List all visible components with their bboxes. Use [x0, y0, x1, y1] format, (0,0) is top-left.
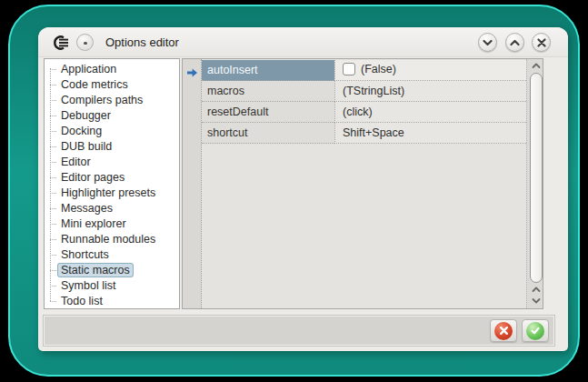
property-grid: autoInsert macros resetDefault shortcut … [182, 58, 543, 309]
sidebar-item-label: Highlighter presets [57, 186, 159, 200]
sidebar-item-label: Editor pages [57, 170, 128, 185]
sidebar-item-label: Compilers paths [57, 93, 146, 107]
sidebar-item-todo-list[interactable]: Todo list [45, 294, 179, 309]
chevron-up-icon [510, 39, 520, 46]
footer-bar [44, 316, 554, 346]
coedit-logo-icon [52, 35, 70, 54]
sidebar-item-label: Todo list [57, 294, 106, 308]
cancel-button[interactable] [490, 319, 517, 342]
sidebar-item-label: Static macros [57, 263, 134, 277]
scrollbar-up-button[interactable] [531, 285, 542, 294]
options-editor-window: Options editor Application Code metrics … [38, 27, 568, 351]
property-name-resetdefault[interactable]: resetDefault [202, 102, 334, 123]
property-name-shortcut[interactable]: shortcut [202, 123, 334, 144]
property-value-text: (TStringList) [343, 85, 404, 97]
sidebar-item-label: Mini explorer [57, 216, 130, 231]
sidebar-item-static-macros[interactable]: Static macros [45, 263, 179, 278]
minimize-button[interactable] [478, 33, 497, 52]
sidebar-item-label: Debugger [57, 108, 115, 123]
sidebar-item-label: Editor [57, 155, 95, 169]
property-value-text: Shift+Space [343, 126, 404, 139]
categories-tree: Application Code metrics Compilers paths… [44, 58, 180, 309]
ok-icon [526, 322, 544, 340]
sidebar-item-debugger[interactable]: Debugger [45, 108, 179, 124]
property-value-text: (False) [361, 63, 396, 75]
sidebar-item-compilers-paths[interactable]: Compilers paths [45, 93, 179, 108]
property-value-text: (click) [343, 106, 373, 118]
property-name-macros[interactable]: macros [202, 81, 334, 102]
chevron-down-icon [483, 39, 493, 46]
close-icon [537, 38, 546, 47]
titlebar[interactable]: Options editor [38, 27, 568, 57]
property-grid-gutter [183, 59, 202, 308]
scrollbar-down-button[interactable] [531, 296, 542, 305]
property-value-autoinsert[interactable]: (False) [334, 60, 526, 81]
window-title: Options editor [105, 35, 179, 49]
sidebar-item-editor[interactable]: Editor [45, 155, 179, 170]
property-value-resetdefault[interactable]: (click) [334, 102, 526, 123]
sidebar-item-messages[interactable]: Messages [45, 201, 179, 216]
sidebar-item-code-metrics[interactable]: Code metrics [45, 77, 179, 93]
scrollbar-up-icon[interactable] [531, 61, 542, 70]
property-name-autoinsert[interactable]: autoInsert [202, 60, 334, 81]
sidebar-item-editor-pages[interactable]: Editor pages [45, 170, 179, 186]
property-value-macros[interactable]: (TStringList) [334, 81, 526, 102]
grid-scrollbar[interactable] [526, 59, 543, 308]
sidebar-item-label: Runnable modules [57, 232, 159, 246]
sidebar-item-label: Application [57, 62, 120, 76]
sidebar-item-label: Docking [57, 124, 105, 138]
sidebar-item-label: DUB build [57, 139, 115, 154]
sidebar-item-label: Code metrics [57, 77, 132, 92]
sidebar-item-shortcuts[interactable]: Shortcuts [45, 247, 179, 263]
ok-button[interactable] [522, 319, 549, 342]
sidebar-item-application[interactable]: Application [45, 62, 179, 77]
sidebar-item-label: Symbol list [57, 278, 119, 293]
close-button[interactable] [532, 33, 551, 52]
sidebar-item-dub-build[interactable]: DUB build [45, 139, 179, 155]
sidebar-item-highlighter-presets[interactable]: Highlighter presets [45, 186, 179, 201]
sidebar-item-symbol-list[interactable]: Symbol list [45, 278, 179, 294]
maximize-button[interactable] [505, 33, 524, 52]
property-value-shortcut[interactable]: Shift+Space [334, 123, 526, 144]
sidebar-item-label: Shortcuts [57, 247, 113, 262]
window-menu-button[interactable] [76, 34, 94, 51]
scrollbar-thumb[interactable] [530, 73, 543, 283]
selected-row-arrow-icon [186, 65, 198, 82]
sidebar-item-docking[interactable]: Docking [45, 124, 179, 139]
sidebar-item-mini-explorer[interactable]: Mini explorer [45, 216, 179, 232]
sidebar-item-label: Messages [57, 201, 116, 216]
window-menu-icon [84, 42, 87, 45]
sidebar-item-runnable-modules[interactable]: Runnable modules [45, 232, 179, 247]
cancel-icon [494, 322, 513, 340]
autoinsert-checkbox[interactable] [343, 63, 355, 75]
